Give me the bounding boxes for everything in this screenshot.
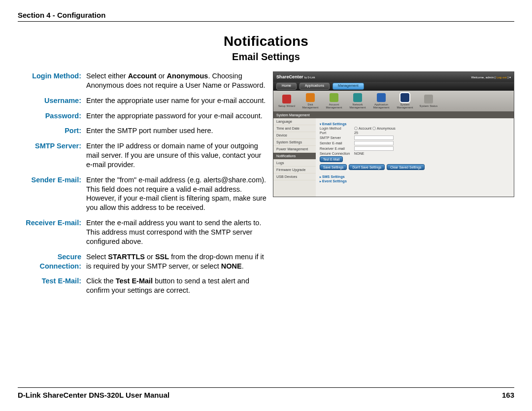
shot-tabs: Home Applications Management bbox=[273, 82, 514, 91]
def-row-username: Username: Enter the appropriate user nam… bbox=[18, 96, 267, 105]
icon-system-management[interactable]: System Management bbox=[395, 93, 415, 109]
footer: D-Link ShareCenter DNS-320L User Manual … bbox=[18, 387, 514, 399]
sidebar-item-logs[interactable]: Logs bbox=[273, 160, 316, 167]
def-desc: Enter the "from" e-mail address (e.g. al… bbox=[83, 175, 267, 212]
tab-applications[interactable]: Applications bbox=[299, 83, 330, 90]
def-label: Login Method: bbox=[18, 71, 83, 90]
bold-text: SSL bbox=[155, 253, 169, 261]
dont-save-settings-button[interactable]: Don't Save Settings bbox=[349, 164, 385, 170]
save-settings-button[interactable]: Save Settings bbox=[320, 164, 347, 170]
sidebar-item-power-management[interactable]: Power Management bbox=[273, 146, 316, 153]
radio-label: Anonymous bbox=[377, 127, 396, 130]
radio-anonymous[interactable] bbox=[372, 127, 376, 130]
field-label: SMTP Server bbox=[320, 136, 354, 139]
icon-account-management[interactable]: Account Management bbox=[324, 93, 344, 109]
bold-text: STARTTLS bbox=[108, 253, 145, 261]
text: ShareCenter bbox=[276, 74, 303, 79]
sender-input[interactable] bbox=[354, 141, 394, 145]
clear-saved-settings-button[interactable]: Clear Saved Settings bbox=[387, 164, 425, 170]
panel-header: System Management bbox=[273, 111, 514, 118]
def-label: Port: bbox=[18, 126, 83, 136]
icon-label: Setup Wizard bbox=[278, 104, 295, 107]
embedded-screenshot: ShareCenterby D-Link Welcome, admin [ Lo… bbox=[273, 71, 514, 197]
icon-disk-management[interactable]: Disk Management bbox=[300, 93, 321, 109]
def-label: Receiver E-mail: bbox=[18, 218, 83, 246]
shot-header: ShareCenterby D-Link Welcome, admin [ Lo… bbox=[273, 72, 514, 82]
sharecenter-logo: ShareCenterby D-Link bbox=[276, 74, 315, 79]
logout-link[interactable]: Log out bbox=[497, 76, 507, 79]
field-label: Login Method bbox=[320, 127, 354, 130]
page-title: Notifications bbox=[18, 34, 514, 49]
bold-text: Account bbox=[128, 72, 157, 80]
field-secure: Secure ConnectionNONE bbox=[320, 152, 510, 155]
definitions-list: Login Method: Select either Account or A… bbox=[18, 71, 267, 295]
manual-title: D-Link ShareCenter DNS-320L User Manual bbox=[18, 391, 169, 399]
def-row-test: Test E-Mail: Click the Test E-Mail butto… bbox=[18, 276, 267, 295]
receiver-input[interactable] bbox=[354, 146, 394, 151]
def-label: SMTP Server: bbox=[18, 141, 83, 170]
field-sender: Sender E-mail bbox=[320, 141, 510, 145]
section-sms-settings[interactable]: SMS Settings bbox=[320, 175, 510, 178]
field-value: 25 bbox=[354, 131, 358, 135]
welcome-text: Welcome, admin [ Log out ] ▾ bbox=[471, 75, 511, 79]
app-icon bbox=[377, 93, 386, 102]
text: . bbox=[242, 262, 244, 270]
def-desc: Select STARTTLS or SSL from the drop-dow… bbox=[83, 252, 267, 271]
text: or bbox=[145, 253, 155, 261]
sidebar-item-language[interactable]: Language bbox=[273, 118, 316, 125]
def-desc: Enter the appropriate password for your … bbox=[83, 111, 267, 121]
section-event-settings[interactable]: Event Settings bbox=[320, 179, 510, 183]
def-row-smtp: SMTP Server: Enter the IP address or dom… bbox=[18, 141, 267, 170]
def-row-secure: Secure Connection: Select STARTTLS or SS… bbox=[18, 252, 267, 271]
shot-iconrow: Setup Wizard Disk Management Account Man… bbox=[273, 91, 514, 111]
sidebar-item-firmware-upgrade[interactable]: Firmware Upgrade bbox=[273, 167, 316, 173]
sidebar-item-notifications[interactable]: Notifications bbox=[273, 153, 316, 160]
sidebar-item-system-settings[interactable]: System Settings bbox=[273, 139, 316, 146]
icon-application-management[interactable]: Application Management bbox=[371, 93, 392, 109]
def-row-sender: Sender E-mail: Enter the "from" e-mail a… bbox=[18, 175, 267, 212]
test-email-button[interactable]: Test E-Mail bbox=[320, 156, 343, 162]
secure-select[interactable]: NONE bbox=[354, 152, 365, 155]
text: or bbox=[157, 72, 167, 80]
field-label: Sender E-mail bbox=[320, 141, 354, 145]
icon-label: Network Management bbox=[349, 103, 366, 109]
bold-text: Anonymous bbox=[167, 72, 208, 80]
icon-label: Account Management bbox=[326, 103, 342, 109]
def-row-receiver: Receiver E-mail: Enter the e-mail addres… bbox=[18, 218, 267, 246]
def-label: Username: bbox=[18, 96, 83, 105]
icon-network-management[interactable]: Network Management bbox=[347, 93, 368, 109]
divider-bottom bbox=[18, 387, 514, 388]
sidebar-item-usb-devices[interactable]: USB Devices bbox=[273, 173, 316, 180]
def-desc: Click the Test E-Mail button to send a t… bbox=[83, 276, 267, 295]
icon-setup-wizard[interactable]: Setup Wizard bbox=[276, 95, 297, 107]
account-icon bbox=[330, 93, 338, 102]
tab-home[interactable]: Home bbox=[276, 83, 297, 90]
page-subtitle: Email Settings bbox=[18, 51, 514, 63]
def-row-login-method: Login Method: Select either Account or A… bbox=[18, 71, 267, 90]
radio-account[interactable] bbox=[354, 127, 358, 130]
icon-system-status[interactable]: System Status bbox=[418, 95, 439, 107]
section-email-settings[interactable]: Email Settings bbox=[320, 122, 510, 126]
def-desc: Enter the appropriate user name for your… bbox=[83, 96, 267, 105]
status-icon bbox=[424, 95, 433, 103]
sidebar-item-time-date[interactable]: Time and Date bbox=[273, 125, 316, 132]
icon-label: Disk Management bbox=[302, 103, 318, 109]
icon-label: Application Management bbox=[373, 103, 389, 109]
def-label: Password: bbox=[18, 111, 83, 121]
def-row-port: Port: Enter the SMTP port number used he… bbox=[18, 126, 267, 136]
tab-management[interactable]: Management bbox=[332, 83, 364, 90]
section-header: Section 4 - Configuration bbox=[18, 11, 514, 19]
shot-main: Email Settings Login Method Account Anon… bbox=[316, 118, 514, 197]
smtp-input[interactable] bbox=[354, 136, 394, 140]
sidebar-item-device[interactable]: Device bbox=[273, 132, 316, 139]
def-desc: Enter the e-mail address you want to sen… bbox=[83, 218, 267, 246]
def-row-password: Password: Enter the appropriate password… bbox=[18, 111, 267, 121]
network-icon bbox=[353, 93, 362, 102]
field-port: Port25 bbox=[320, 131, 510, 135]
def-desc: Select either Account or Anonymous. Choo… bbox=[83, 71, 267, 90]
def-label: Test E-Mail: bbox=[18, 276, 83, 295]
system-icon bbox=[400, 93, 409, 102]
text: Select either bbox=[86, 72, 128, 80]
icon-label: System Management bbox=[397, 103, 413, 109]
field-label: Receiver E-mail bbox=[320, 147, 354, 150]
